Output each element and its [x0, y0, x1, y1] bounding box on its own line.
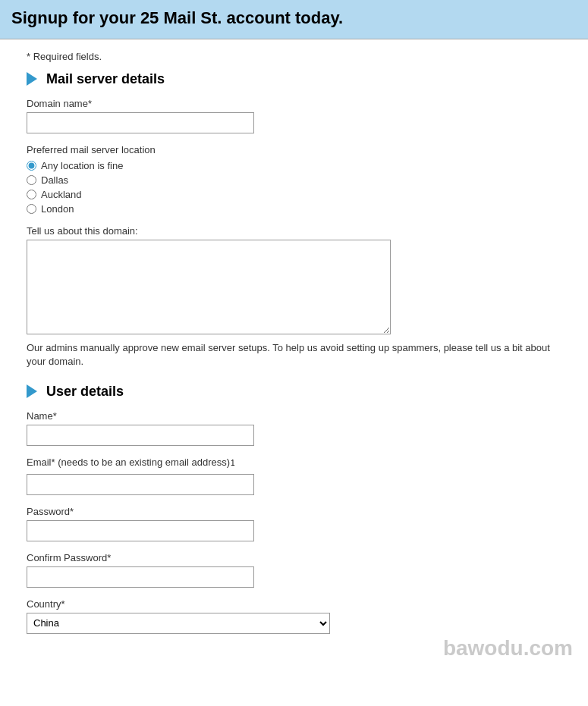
password-input[interactable] [27, 520, 254, 541]
user-section-arrow-icon [27, 384, 37, 398]
tell-us-group: Tell us about this domain: Our admins ma… [27, 225, 561, 369]
email-input[interactable] [27, 474, 254, 495]
email-label-row: Email* (needs to be an existing email ad… [27, 457, 561, 468]
mail-server-heading: Mail server details [46, 71, 165, 87]
location-auckland-radio[interactable] [27, 190, 36, 199]
location-dallas-radio[interactable] [27, 175, 36, 185]
email-group: Email* (needs to be an existing email ad… [27, 457, 561, 495]
name-input[interactable] [27, 425, 254, 446]
tell-us-note: Our admins manually approve new email se… [27, 341, 558, 369]
location-any-option[interactable]: Any location is fine [27, 160, 561, 171]
name-group: Name* [27, 410, 561, 446]
tell-us-label: Tell us about this domain: [27, 225, 561, 237]
domain-name-input[interactable] [27, 112, 254, 133]
country-label: Country* [27, 598, 561, 610]
password-group: Password* [27, 506, 561, 541]
country-select[interactable]: China United States United Kingdom Austr… [27, 613, 330, 634]
location-auckland-option[interactable]: Auckland [27, 189, 561, 200]
domain-name-group: Domain name* [27, 98, 561, 133]
mail-server-section-header: Mail server details [27, 71, 561, 87]
confirm-password-group: Confirm Password* [27, 552, 561, 588]
location-any-radio[interactable] [27, 161, 36, 171]
location-london-label: London [41, 203, 74, 215]
mail-server-arrow-icon [27, 72, 37, 86]
location-london-radio[interactable] [27, 204, 36, 214]
header-banner: Signup for your 25 Mail St. account toda… [0, 0, 588, 39]
location-group: Preferred mail server location Any locat… [27, 144, 561, 215]
user-section-header: User details [27, 384, 561, 400]
country-group: Country* China United States United King… [27, 598, 561, 634]
user-section-heading: User details [46, 384, 124, 400]
page-title: Signup for your 25 Mail St. account toda… [11, 8, 577, 30]
domain-name-label: Domain name* [27, 98, 561, 109]
tell-us-textarea[interactable] [27, 240, 391, 334]
location-london-option[interactable]: London [27, 203, 561, 215]
confirm-password-label: Confirm Password* [27, 552, 561, 563]
required-note: * Required fields. [27, 51, 561, 62]
location-auckland-label: Auckland [41, 189, 81, 200]
location-dallas-option[interactable]: Dallas [27, 174, 561, 186]
confirm-password-input[interactable] [27, 566, 254, 588]
name-label: Name* [27, 410, 561, 422]
location-dallas-label: Dallas [41, 174, 68, 186]
email-superscript: 1 [231, 459, 235, 467]
email-label: Email* (needs to be an existing email ad… [27, 457, 230, 468]
password-label: Password* [27, 506, 561, 517]
location-any-label: Any location is fine [41, 160, 123, 171]
main-content: * Required fields. Mail server details D… [0, 39, 588, 660]
location-label: Preferred mail server location [27, 144, 561, 155]
